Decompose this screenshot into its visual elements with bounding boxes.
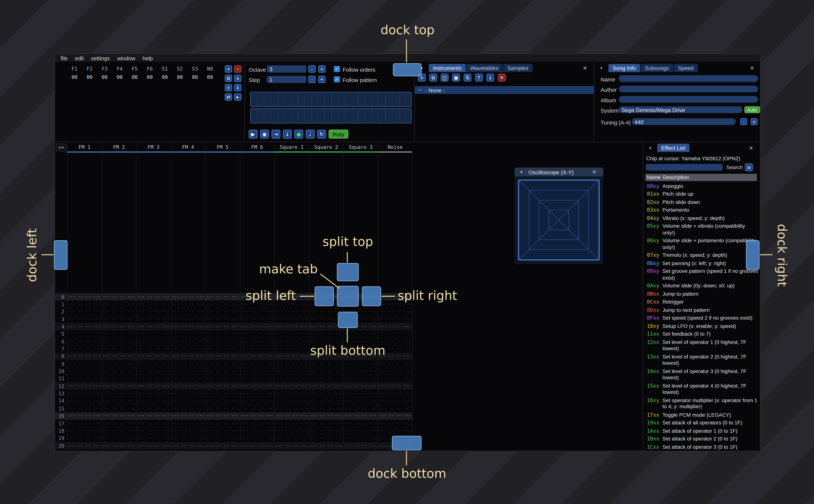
follow-pattern-checkbox[interactable]: ✓ (334, 76, 340, 83)
pattern-cell[interactable]: ··· ·· ·· ··· (343, 428, 378, 433)
split-target-top[interactable] (337, 263, 359, 281)
pattern-cell[interactable]: ··· ·· ·· ··· (378, 421, 412, 426)
pattern-cell[interactable]: ··· ·· ·· ··· (205, 339, 239, 344)
instruments-toggle-folders-button[interactable]: ⇅ (464, 74, 471, 81)
channel-header-fm-3[interactable]: FM 3 (136, 144, 170, 153)
pattern-cell[interactable]: ··· ·· ·· ··· (240, 361, 274, 366)
pattern-cell[interactable]: ··· ·· ·· ··· (102, 414, 136, 418)
field-input-album[interactable] (619, 96, 758, 103)
channel-header-square-3[interactable]: Square 3 (343, 144, 378, 153)
pattern-cell[interactable]: ··· ·· ·· ··· (205, 391, 239, 396)
pattern-cell[interactable]: ··· ·· ·· ··· (240, 443, 274, 448)
pattern-cell[interactable]: ··· ·· ·· ··· (240, 339, 274, 344)
instruments-move-up-button[interactable]: ↑ (475, 74, 483, 81)
pattern-cell[interactable]: ··· ·· ·· ··· (308, 384, 343, 389)
pattern-cell[interactable]: ··· ·· ·· ··· (170, 436, 205, 440)
pattern-cell[interactable]: ··· ·· ·· ··· (205, 317, 239, 321)
pattern-cell[interactable]: ··· ·· ·· ··· (308, 436, 343, 440)
pattern-cell[interactable]: ··· ·· ·· ··· (378, 384, 412, 389)
pattern-cell[interactable]: ··· ·· ·· ··· (274, 391, 308, 396)
pattern-cell[interactable]: ··· ·· ·· ··· (67, 295, 101, 299)
pattern-cell[interactable]: ··· ·· ·· ··· (136, 354, 170, 359)
pattern-cell[interactable]: ··· ·· ·· ··· (343, 436, 378, 440)
pattern-cell[interactable]: ··· ·· ·· ··· (170, 295, 205, 299)
pattern-cell[interactable]: ··· ·· ·· ··· (136, 376, 170, 381)
channel-header-fm-1[interactable]: FM 1 (67, 144, 101, 153)
orders-cell-8[interactable]: 00 (187, 74, 202, 80)
pattern-cell[interactable]: ··· ·· ·· ··· (67, 391, 101, 396)
pattern-cell[interactable]: ··· ·· ·· ··· (274, 376, 308, 381)
pattern-cell[interactable]: ··· ·· ·· ··· (240, 376, 274, 381)
pattern-cell[interactable]: ··· ·· ·· ··· (274, 414, 308, 418)
pattern-cell[interactable]: ··· ·· ·· ··· (343, 332, 378, 336)
pattern-cell[interactable]: ··· ·· ·· ··· (378, 332, 412, 336)
pattern-cell[interactable]: ··· ·· ·· ··· (274, 399, 308, 403)
dock-target-left[interactable] (54, 240, 67, 270)
pattern-cell[interactable]: ··· ·· ·· ··· (240, 347, 274, 351)
pattern-cell[interactable]: ··· ·· ·· ··· (170, 317, 205, 321)
transport-play-from-cursor-button[interactable]: ⇥ (271, 130, 280, 139)
pattern-cell[interactable]: ··· ·· ·· ··· (136, 428, 170, 433)
transport-step-one-row-button[interactable]: ↓ (283, 130, 292, 139)
pattern-cell[interactable]: ··· ·· ·· ··· (343, 376, 378, 381)
pattern-cell[interactable]: ··· ·· ·· ··· (136, 339, 170, 344)
pattern-cell[interactable]: ··· ·· ·· ··· (343, 391, 378, 396)
pattern-cell[interactable]: ··· ·· ·· ··· (102, 302, 136, 307)
pattern-cell[interactable]: ··· ·· ·· ··· (136, 302, 170, 307)
pattern-cell[interactable]: ··· ·· ·· ··· (274, 361, 308, 366)
pattern-cell[interactable]: ··· ·· ·· ··· (308, 399, 343, 403)
pattern-cell[interactable]: ··· ·· ·· ··· (136, 443, 170, 448)
pattern-cell[interactable]: ··· ·· ·· ··· (170, 384, 205, 389)
channel-header-fm-5[interactable]: FM 5 (205, 144, 239, 153)
pattern-cell[interactable]: ··· ·· ·· ··· (378, 324, 412, 329)
pattern-cell[interactable]: ··· ·· ·· ··· (67, 324, 101, 329)
pattern-cell[interactable]: ··· ·· ·· ··· (67, 443, 101, 448)
piano-upper-octaves[interactable] (250, 92, 412, 107)
pattern-cell[interactable]: ··· ·· ·· ··· (67, 302, 101, 307)
menu-file[interactable]: file (57, 55, 71, 61)
pattern-cell[interactable]: ··· ·· ·· ··· (102, 347, 136, 351)
pattern-cell[interactable]: ··· ·· ·· ··· (240, 309, 274, 314)
pattern-cell[interactable]: ··· ·· ·· ··· (205, 399, 239, 403)
pattern-cell[interactable]: ··· ·· ·· ··· (102, 332, 136, 336)
pattern-cell[interactable]: ··· ·· ·· ··· (240, 332, 274, 336)
transport-play-pattern-button[interactable]: ◉ (260, 130, 269, 139)
pattern-cell[interactable]: ··· ·· ·· ··· (170, 309, 205, 314)
pattern-cell[interactable]: ··· ·· ·· ··· (308, 361, 343, 366)
instruments-save-button[interactable]: ▣ (452, 74, 460, 81)
pattern-cell[interactable]: ··· ·· ·· ··· (67, 332, 101, 336)
pattern-cell[interactable]: ··· ·· ·· ··· (136, 436, 170, 440)
step-input[interactable]: 1 (267, 76, 306, 83)
pattern-cell[interactable]: ··· ·· ·· ··· (67, 376, 101, 381)
pattern-cell[interactable]: ··· ·· ·· ··· (67, 369, 101, 374)
pattern-cell[interactable]: ··· ·· ·· ··· (102, 428, 136, 433)
pattern-cell[interactable]: ··· ·· ·· ··· (170, 339, 205, 344)
pattern-cell[interactable]: ··· ·· ·· ··· (378, 428, 412, 433)
pattern-cell[interactable]: ··· ·· ·· ··· (343, 406, 378, 411)
orders-cell-5[interactable]: 00 (142, 74, 157, 80)
pattern-cell[interactable]: ··· ·· ·· ··· (170, 332, 205, 336)
instrument-list-item[interactable]: ○- None - (415, 86, 594, 94)
pattern-cell[interactable]: ··· ·· ·· ··· (170, 406, 205, 411)
pattern-cell[interactable]: ··· ·· ·· ··· (343, 361, 378, 366)
pattern-cell[interactable]: ··· ·· ·· ··· (136, 421, 170, 426)
orders-add-button[interactable]: + (225, 65, 232, 73)
pattern-cell[interactable]: ··· ·· ·· ··· (102, 399, 136, 403)
pattern-cell[interactable]: ··· ·· ·· ··· (67, 317, 101, 321)
orders-duplicate-to-end-button[interactable]: ⇓ (234, 84, 241, 91)
pattern-cell[interactable]: ··· ·· ·· ··· (136, 295, 170, 299)
pattern-cell[interactable]: ··· ·· ·· ··· (170, 443, 205, 448)
pattern-cell[interactable]: ··· ·· ·· ··· (136, 324, 170, 329)
channel-header-fm-6[interactable]: FM 6 (240, 144, 274, 153)
pattern-cell[interactable]: ··· ·· ·· ··· (343, 369, 378, 374)
search-options-menu-icon[interactable]: ≡ (745, 163, 753, 171)
pattern-cell[interactable]: ··· ·· ·· ··· (274, 421, 308, 426)
octave-input[interactable]: 3 (267, 65, 306, 73)
pattern-cell[interactable]: ··· ·· ·· ··· (240, 421, 274, 426)
dock-target-bottom[interactable] (392, 436, 422, 450)
system-auto-button[interactable]: Auto (745, 106, 760, 113)
tab-list-arrow-icon[interactable]: ▼ (597, 66, 606, 70)
pattern-cell[interactable]: ··· ·· ·· ··· (170, 302, 205, 307)
pattern-cell[interactable]: ··· ·· ·· ··· (274, 443, 308, 448)
effect-search-input[interactable] (646, 164, 723, 171)
